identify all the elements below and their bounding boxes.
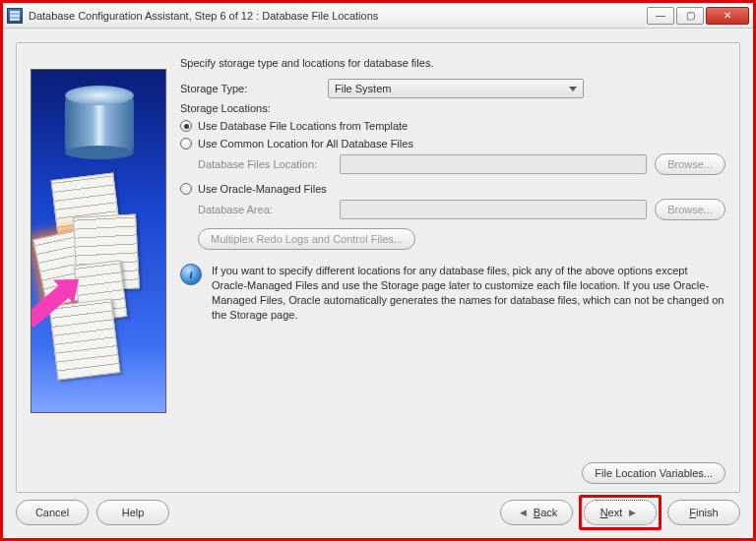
storage-type-select[interactable]: File System — [328, 79, 584, 98]
help-button[interactable]: Help — [96, 500, 169, 525]
file-location-variables-button[interactable]: File Location Variables... — [582, 462, 725, 484]
radio-from-template[interactable]: Use Database File Locations from Templat… — [180, 120, 725, 132]
next-text: ext — [608, 507, 623, 518]
browse-button-omf: Browse... — [655, 199, 725, 220]
next-button-highlight: Next ▶ — [579, 495, 662, 530]
window-title: Database Configuration Assistant, Step 6… — [29, 10, 378, 22]
finish-button[interactable]: Finish — [667, 500, 740, 525]
database-area-input — [340, 200, 647, 219]
info-box: i If you want to specify different locat… — [180, 264, 725, 322]
database-area-label: Database Area: — [198, 204, 332, 215]
form-area: Specify storage type and locations for d… — [180, 53, 725, 452]
db-files-location-label: Database Files Location: — [198, 158, 332, 170]
titlebar: Database Configuration Assistant, Step 6… — [3, 3, 753, 29]
radio-omf[interactable]: Use Oracle-Managed Files — [180, 183, 725, 195]
radio-common-location[interactable]: Use Common Location for All Database Fil… — [180, 138, 725, 150]
next-button[interactable]: Next ▶ — [584, 500, 657, 525]
multiplex-button: Multiplex Redo Logs and Control Files... — [198, 228, 415, 250]
radio-dot-icon — [180, 138, 192, 150]
wizard-illustration — [31, 69, 166, 413]
info-text: If you want to specify different locatio… — [212, 264, 725, 322]
browse-button-common: Browse... — [655, 153, 725, 175]
window-frame: Database Configuration Assistant, Step 6… — [0, 0, 756, 541]
paper-icon — [49, 298, 121, 380]
radio-omf-label: Use Oracle-Managed Files — [198, 183, 327, 195]
storage-locations-label: Storage Locations: — [180, 102, 328, 114]
storage-type-label: Storage Type: — [180, 83, 328, 94]
storage-type-value: File System — [335, 83, 391, 94]
bottom-button-bar: Cancel Help ◀ Back Next ▶ Finish — [16, 495, 740, 530]
database-cylinder-icon — [65, 95, 134, 152]
instruction-text: Specify storage type and locations for d… — [180, 57, 725, 69]
content-panel: Specify storage type and locations for d… — [16, 42, 740, 493]
app-icon — [7, 8, 23, 24]
info-icon: i — [180, 264, 202, 285]
db-files-location-input — [340, 154, 647, 174]
radio-dot-icon — [180, 120, 192, 132]
minimize-button[interactable]: — — [647, 7, 674, 25]
back-text: ack — [540, 507, 557, 518]
maximize-button[interactable]: ▢ — [676, 7, 704, 25]
radio-common-location-label: Use Common Location for All Database Fil… — [198, 138, 413, 150]
cancel-button[interactable]: Cancel — [16, 500, 89, 525]
back-button[interactable]: ◀ Back — [500, 500, 573, 525]
radio-dot-icon — [180, 183, 192, 195]
close-button[interactable]: ✕ — [706, 7, 749, 25]
finish-text: inish — [696, 507, 719, 518]
radio-from-template-label: Use Database File Locations from Templat… — [198, 120, 408, 132]
